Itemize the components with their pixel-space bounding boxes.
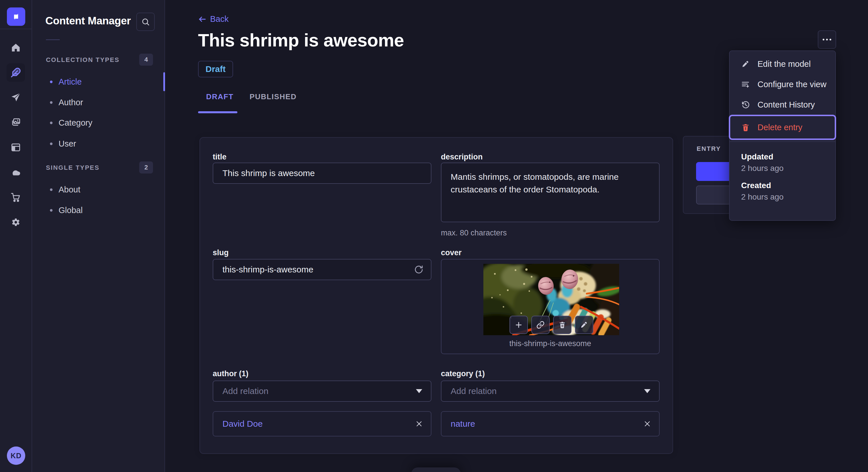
- shopping-cart-icon: [11, 192, 21, 202]
- sidebar-item-category[interactable]: Category: [32, 113, 164, 132]
- trash-icon: [741, 123, 750, 132]
- sidebar-item-label: Category: [59, 118, 92, 128]
- arrow-left-icon: [198, 15, 207, 24]
- sidebar-item-label: About: [59, 185, 81, 194]
- close-icon: [415, 419, 423, 428]
- combobox-placeholder: Add relation: [451, 386, 497, 396]
- search-icon: [141, 18, 150, 26]
- floating-widget[interactable]: [411, 467, 461, 472]
- nav-item-settings[interactable]: [7, 213, 25, 231]
- sidebar-item-label: Author: [59, 98, 83, 107]
- menu-item-delete-entry[interactable]: Delete entry: [730, 115, 835, 139]
- category-relation-combobox[interactable]: Add relation: [441, 380, 660, 402]
- nav-item-home[interactable]: [7, 38, 25, 57]
- delete-asset-button[interactable]: [553, 316, 571, 334]
- menu-item-content-history[interactable]: Content History: [730, 95, 835, 115]
- author-relation-item[interactable]: David Doe: [213, 411, 431, 436]
- chevron-down-icon: [416, 389, 422, 393]
- sidebar-item-article[interactable]: Article: [32, 72, 164, 91]
- tab-published[interactable]: PUBLISHED: [242, 92, 305, 110]
- nav-item-content-type-builder[interactable]: [7, 138, 25, 157]
- more-actions-button[interactable]: [818, 30, 836, 49]
- description-field-label: description: [441, 153, 483, 162]
- regenerate-slug-button[interactable]: [414, 265, 423, 274]
- slug-field-label: slug: [213, 248, 229, 257]
- nav-item-media-library[interactable]: [7, 113, 25, 132]
- author-relation-combobox[interactable]: Add relation: [213, 380, 431, 402]
- tab-draft[interactable]: DRAFT: [198, 92, 242, 110]
- description-textarea[interactable]: Mantis shrimps, or stomatopods, are mari…: [441, 163, 660, 222]
- entry-meta: Updated 2 hours ago Created 2 hours ago: [730, 142, 835, 202]
- slug-input-value: this-shrimp-is-awesome: [222, 265, 313, 274]
- cover-filename: this-shrimp-is-awesome: [441, 339, 659, 348]
- updated-value: 2 hours ago: [741, 164, 824, 173]
- close-icon: [643, 419, 652, 428]
- remove-category-relation-button[interactable]: [643, 419, 652, 428]
- menu-item-edit-model[interactable]: Edit the model: [730, 54, 835, 74]
- list-plus-icon: [741, 80, 750, 89]
- menu-item-label: Content History: [757, 100, 815, 109]
- entry-panel-label: ENTRY: [696, 145, 721, 153]
- feather-icon: [11, 67, 21, 78]
- sidebar-item-author[interactable]: Author: [32, 93, 164, 111]
- strapi-logo[interactable]: [7, 7, 25, 26]
- menu-item-label: Delete entry: [757, 123, 802, 132]
- created-label: Created: [741, 181, 824, 190]
- more-horizontal-icon: [826, 39, 828, 40]
- sidebar-item-label: User: [59, 139, 76, 148]
- strapi-admin: KD Content Manager COLLECTION TYPES 4 Ar…: [0, 0, 868, 472]
- back-label: Back: [210, 14, 228, 24]
- main-nav: KD: [0, 0, 32, 472]
- subnav-divider: [46, 39, 60, 40]
- remove-author-relation-button[interactable]: [415, 419, 423, 428]
- bullet-icon: [50, 101, 53, 104]
- trash-icon: [558, 321, 567, 329]
- user-avatar[interactable]: KD: [7, 446, 25, 465]
- active-tab-underline: [198, 111, 237, 113]
- page-title: This shrimp is awesome: [198, 30, 404, 50]
- relation-link[interactable]: nature: [451, 419, 475, 429]
- category-relation-item[interactable]: nature: [441, 411, 660, 436]
- search-button[interactable]: [136, 12, 155, 31]
- relation-link[interactable]: David Doe: [222, 419, 262, 429]
- sidebar-item-about[interactable]: About: [32, 180, 164, 199]
- add-asset-button[interactable]: [509, 316, 528, 334]
- link-icon: [536, 321, 545, 329]
- more-actions-menu: Edit the model Configure the view Conten…: [729, 50, 836, 221]
- cover-field: this-shrimp-is-awesome: [441, 259, 660, 354]
- nav-item-deploy[interactable]: [7, 163, 25, 181]
- edit-form-card: title This shrimp is awesome description…: [199, 137, 673, 454]
- description-value: Mantis shrimps, or stomatopods, are mari…: [451, 172, 619, 194]
- media-library-icon: [11, 117, 21, 128]
- slug-input[interactable]: this-shrimp-is-awesome: [213, 259, 431, 280]
- section-label-collection-types: COLLECTION TYPES: [46, 56, 119, 64]
- title-input[interactable]: This shrimp is awesome: [213, 163, 431, 184]
- menu-item-label: Edit the model: [757, 59, 811, 69]
- created-value: 2 hours ago: [741, 193, 824, 202]
- pencil-icon: [580, 321, 588, 329]
- bullet-icon: [50, 142, 53, 145]
- author-field-label: author (1): [213, 369, 249, 378]
- more-horizontal-icon: [830, 39, 831, 40]
- menu-item-configure-view[interactable]: Configure the view: [730, 74, 835, 95]
- nav-item-releases[interactable]: [7, 88, 25, 107]
- sidebar-item-global[interactable]: Global: [32, 201, 164, 220]
- plus-icon: [515, 321, 523, 329]
- edit-asset-button[interactable]: [575, 316, 593, 334]
- chevron-down-icon: [644, 389, 650, 393]
- active-item-indicator: [163, 72, 165, 91]
- description-hint: max. 80 characters: [441, 229, 507, 237]
- nav-item-marketplace[interactable]: [7, 188, 25, 206]
- strapi-logo-icon: [11, 12, 21, 22]
- menu-item-label: Configure the view: [757, 80, 826, 89]
- pencil-icon: [741, 60, 750, 69]
- nav-divider: [0, 29, 32, 29]
- back-link[interactable]: Back: [198, 14, 228, 24]
- status-badge: Draft: [198, 61, 233, 77]
- nav-item-content-manager[interactable]: [7, 63, 25, 82]
- layout-icon: [11, 142, 21, 153]
- sidebar-item-user[interactable]: User: [32, 134, 164, 153]
- subnav-title: Content Manager: [45, 15, 131, 27]
- copy-link-button[interactable]: [531, 316, 550, 334]
- combobox-placeholder: Add relation: [222, 386, 268, 396]
